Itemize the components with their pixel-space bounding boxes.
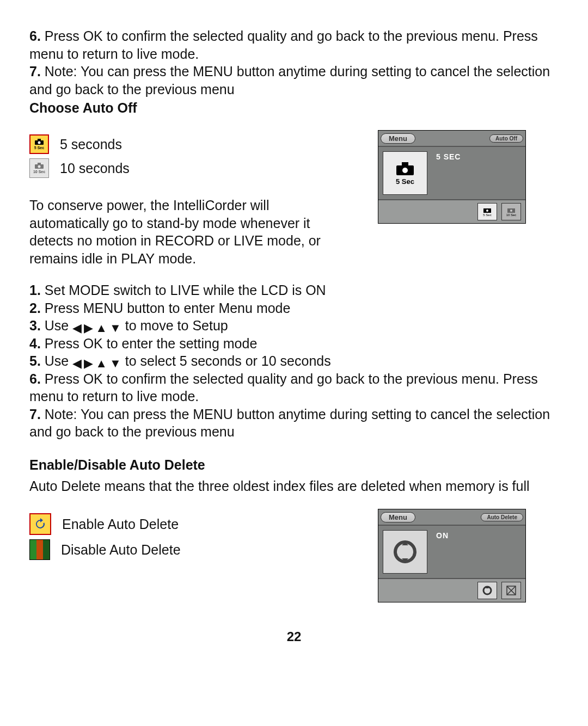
step-text: Note: You can press the MENU button anyt… <box>29 64 550 97</box>
footer-icon-10sec: 10 Sec <box>501 203 521 220</box>
svg-point-12 <box>510 210 512 212</box>
option-label: 5 seconds <box>60 136 122 153</box>
option-label: Enable Auto Delete <box>62 515 179 533</box>
step-6-top: 6. Press OK to confirm the selected qual… <box>29 27 559 63</box>
device-value: ON <box>432 526 525 578</box>
manual-page: 6. Press OK to confirm the selected qual… <box>0 0 588 726</box>
svg-rect-7 <box>402 162 408 167</box>
auto-off-block: 5 Sec 5 seconds 10 Sec 10 seconds To con… <box>29 130 559 267</box>
selected-option-cell <box>383 530 427 574</box>
cycle-icon <box>29 513 51 535</box>
step-number: 7. <box>29 64 41 79</box>
step-7: 7. Note: You can press the MENU button a… <box>29 405 559 441</box>
option-5-seconds: 5 Sec 5 seconds <box>29 134 356 154</box>
footer-icon-enable <box>477 582 497 599</box>
device-screenshot-auto-delete: Menu Auto Delete ON <box>378 509 526 602</box>
camera-10sec-icon: 10 Sec <box>29 158 49 178</box>
heading-auto-off: Choose Auto Off <box>29 100 559 116</box>
svg-point-2 <box>38 141 41 144</box>
step-4: 4. Press OK to enter the setting mode <box>29 335 559 353</box>
device-header: Menu Auto Off <box>378 131 525 147</box>
svg-point-8 <box>402 168 408 173</box>
stripes-icon <box>29 539 50 560</box>
direction-arrows-icon: ◀ ▶ ▲ ▼ <box>72 358 121 370</box>
heading-auto-delete: Enable/Disable Auto Delete <box>29 457 559 473</box>
selected-option-cell: 5 Sec <box>383 151 427 195</box>
step-number: 6. <box>29 28 41 44</box>
auto-off-description: To conserve power, the IntelliCorder wil… <box>29 196 334 267</box>
device-screenshot-auto-off: Menu Auto Off 5 Sec 5 SEC 5 Sec <box>378 130 526 224</box>
camera-5sec-icon: 5 Sec <box>29 134 49 154</box>
device-header: Menu Auto Delete <box>378 509 525 526</box>
option-10-seconds: 10 Sec 10 seconds <box>29 158 356 178</box>
menu-pill: Menu <box>381 512 415 522</box>
option-disable-auto-delete: Disable Auto Delete <box>29 539 356 560</box>
footer-icon-5sec: 5 Sec <box>477 203 497 220</box>
device-value: 5 SEC <box>432 147 525 199</box>
auto-delete-block: Enable Auto Delete Disable Auto Delete M… <box>29 509 559 602</box>
title-pill: Auto Delete <box>481 513 523 521</box>
auto-delete-description: Auto Delete means that the three oldest … <box>29 477 559 495</box>
page-number: 22 <box>0 629 588 644</box>
step-1: 1. Set MODE switch to LIVE while the LCD… <box>29 281 559 299</box>
step-2: 2. Press MENU button to enter Menu mode <box>29 299 559 317</box>
svg-rect-4 <box>38 163 41 165</box>
option-enable-auto-delete: Enable Auto Delete <box>29 513 356 535</box>
option-label: Disable Auto Delete <box>61 541 181 559</box>
step-6: 6. Press OK to confirm the selected qual… <box>29 370 559 405</box>
menu-pill: Menu <box>381 133 415 144</box>
step-7-top: 7. Note: You can press the MENU button a… <box>29 63 559 98</box>
device-footer: 5 Sec 10 Sec <box>378 199 525 223</box>
svg-point-10 <box>486 210 488 212</box>
step-5: 5. Use ◀ ▶ ▲ ▼ to select 5 seconds or 10… <box>29 352 559 370</box>
svg-rect-1 <box>38 139 41 141</box>
device-footer <box>378 578 525 602</box>
title-pill: Auto Off <box>489 134 523 143</box>
step-3: 3. Use ◀ ▶ ▲ ▼ to move to Setup <box>29 317 559 335</box>
direction-arrows-icon: ◀ ▶ ▲ ▼ <box>72 322 121 334</box>
step-text: Press OK to confirm the selected quality… <box>29 28 538 61</box>
footer-icon-disable <box>501 582 521 599</box>
svg-point-5 <box>38 165 41 168</box>
option-label: 10 seconds <box>60 159 130 177</box>
